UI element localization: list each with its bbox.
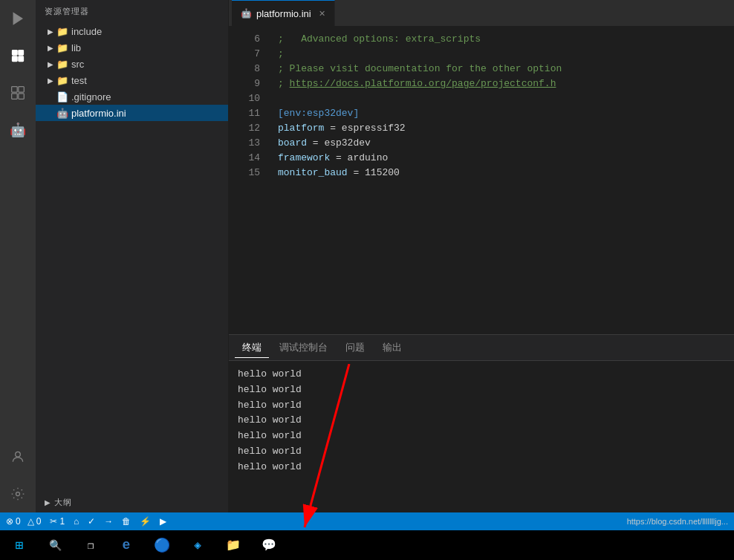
- check-icon: ✓: [88, 516, 95, 527]
- code-line-12: platform = espressif32: [278, 121, 734, 136]
- error-icon: ⊗: [6, 516, 13, 527]
- explorer-icon[interactable]: [5, 43, 30, 68]
- svg-rect-2: [19, 51, 24, 56]
- outline-section[interactable]: ▶ 大纲: [36, 492, 228, 512]
- tab-output[interactable]: 输出: [375, 338, 409, 357]
- svg-rect-7: [12, 94, 18, 99]
- svg-rect-1: [13, 51, 18, 56]
- svg-rect-6: [19, 87, 25, 93]
- settings-icon[interactable]: [5, 481, 30, 507]
- svg-rect-5: [12, 87, 18, 93]
- edge-button[interactable]: e: [110, 531, 143, 559]
- status-plug[interactable]: ⚡: [140, 516, 151, 527]
- chrome-button[interactable]: 🔵: [146, 531, 178, 559]
- tab-debug-console[interactable]: 调试控制台: [272, 338, 335, 357]
- status-arrow[interactable]: →: [104, 516, 113, 527]
- close-tab-icon[interactable]: ✕: [319, 9, 325, 19]
- terminal-line-2: hello world: [238, 382, 725, 398]
- start-menu-button[interactable]: ⊞: [3, 531, 36, 559]
- svg-point-9: [16, 452, 21, 457]
- code-line-9: ; https://docs.platformio.org/page/proje…: [278, 76, 734, 91]
- arrow-icon: →: [104, 516, 113, 527]
- svg-rect-3: [13, 56, 18, 62]
- svg-point-10: [16, 492, 20, 496]
- code-line-8: ; Please visit documentation for the oth…: [278, 62, 734, 76]
- code-line-10: [278, 91, 734, 106]
- code-content: ; Advanced options: extra_scripts ; ; Pl…: [266, 26, 734, 334]
- main-layout: 🤖 资源管理器 ▶ 📁 include ▶: [0, 0, 734, 512]
- vscode-button[interactable]: ◈: [181, 531, 214, 559]
- code-line-15: monitor_baud = 115200: [278, 166, 734, 180]
- status-errors[interactable]: ⊗ 0 △ 0: [6, 516, 41, 527]
- tab-platformio-ini[interactable]: 🤖 platformio.ini ✕: [232, 0, 335, 26]
- sidebar-item-platformio-ini[interactable]: 🤖 platformio.ini: [36, 105, 228, 121]
- status-check[interactable]: ✓: [88, 516, 95, 527]
- sidebar-item-lib[interactable]: ▶ 📁 lib: [36, 39, 228, 56]
- trash-icon: 🗑: [122, 516, 131, 527]
- chevron-right-icon: ▶: [45, 498, 51, 507]
- svg-rect-8: [19, 94, 25, 99]
- status-bar: ⊗ 0 △ 0 ✂ 1 ⌂ ✓ → 🗑 ⚡ ▶ https://blog.csd…: [0, 512, 734, 530]
- chevron-right-icon: ▶: [48, 27, 53, 36]
- explorer-button[interactable]: 📁: [217, 531, 250, 559]
- scissors-icon: ✂: [50, 516, 57, 527]
- svg-rect-4: [19, 56, 24, 62]
- terminal-line-4: hello world: [238, 413, 725, 429]
- code-line-14: framework = arduino: [278, 151, 734, 166]
- sidebar-item-gitignore[interactable]: 📄 .gitignore: [36, 88, 228, 105]
- terminal-line-3: hello world: [238, 398, 725, 414]
- status-home[interactable]: ⌂: [74, 516, 79, 527]
- status-play[interactable]: ▶: [160, 516, 166, 527]
- warning-icon: △: [27, 516, 34, 527]
- sidebar-item-test[interactable]: ▶ 📁 test: [36, 72, 228, 88]
- line-numbers: 6 7 8 9 10 11 12 13 14 15: [229, 26, 266, 334]
- code-line-13: board = esp32dev: [278, 136, 734, 151]
- terminal-line-6: hello world: [238, 444, 725, 460]
- status-trash[interactable]: 🗑: [122, 516, 131, 527]
- editor-tabs: 🤖 platformio.ini ✕: [229, 0, 734, 26]
- activity-bar: 🤖: [0, 0, 36, 512]
- editor-container: 🤖 platformio.ini ✕ 6 7 8 9 10 11 12 13 1…: [229, 0, 734, 334]
- status-url: https://blog.csdn.net/llllllljg...: [627, 517, 728, 526]
- taskbar: ⊞ 🔍 ❐ e 🔵 ◈ 📁 💬: [0, 530, 734, 560]
- sidebar-header: 资源管理器: [36, 0, 228, 23]
- chevron-right-icon: ▶: [48, 44, 53, 52]
- status-scissors[interactable]: ✂ 1: [50, 516, 65, 527]
- svg-marker-0: [13, 13, 22, 25]
- platformio-icon[interactable]: 🤖: [5, 117, 30, 143]
- terminal-tabs: 终端 调试控制台 问题 输出: [229, 335, 734, 361]
- sidebar-item-src[interactable]: ▶ 📁 src: [36, 56, 228, 72]
- search-button[interactable]: 🔍: [39, 531, 71, 559]
- chevron-right-icon: ▶: [48, 76, 53, 85]
- status-right: https://blog.csdn.net/llllllljg...: [627, 517, 728, 526]
- chevron-right-icon: ▶: [48, 60, 53, 68]
- teams-button[interactable]: 💬: [253, 531, 285, 559]
- terminal-panel: 终端 调试控制台 问题 输出 hello world hello world h…: [229, 334, 734, 512]
- code-line-11: [env:esp32dev]: [278, 106, 734, 121]
- code-line-7: ;: [278, 47, 734, 62]
- sidebar-item-include[interactable]: ▶ 📁 include: [36, 23, 228, 39]
- run-icon[interactable]: [5, 6, 30, 31]
- account-icon[interactable]: [5, 444, 30, 469]
- tab-problems[interactable]: 问题: [338, 338, 372, 357]
- home-icon: ⌂: [74, 516, 79, 527]
- code-line-6: ; Advanced options: extra_scripts: [278, 32, 734, 47]
- sidebar: 资源管理器 ▶ 📁 include ▶ 📁 lib ▶ 📁 src ▶ 📁 te…: [36, 0, 229, 512]
- tab-terminal[interactable]: 终端: [235, 338, 269, 358]
- terminal-line-7: hello world: [238, 460, 725, 475]
- extensions-icon[interactable]: [5, 80, 30, 105]
- terminal-line-1: hello world: [238, 367, 725, 382]
- terminal-content: hello world hello world hello world hell…: [229, 361, 734, 512]
- editor-area: 🤖 platformio.ini ✕ 6 7 8 9 10 11 12 13 1…: [229, 0, 734, 512]
- play-icon: ▶: [160, 516, 166, 527]
- plug-icon: ⚡: [140, 516, 151, 527]
- code-editor: 6 7 8 9 10 11 12 13 14 15 ; Advanced opt…: [229, 26, 734, 334]
- task-view-button[interactable]: ❐: [74, 531, 107, 559]
- terminal-line-5: hello world: [238, 429, 725, 444]
